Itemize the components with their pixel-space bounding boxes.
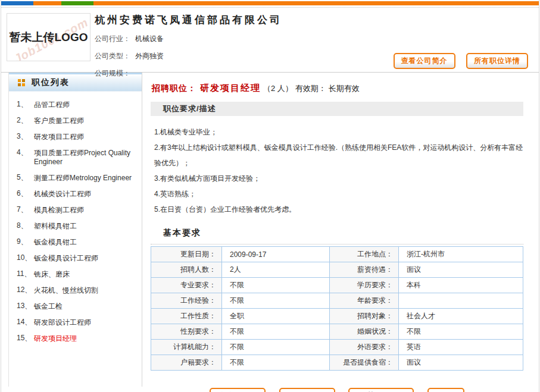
cell-label: 招聘对象： — [330, 309, 399, 324]
top-bar-segment-orange — [33, 1, 61, 5]
item-label: 火花机、慢丝线切割 — [34, 286, 139, 295]
page: Job1001.com 暂未上传LOGO 杭州安费诺飞凤通信部品有限公司 公司行… — [1, 0, 539, 392]
cell-label: 计算机能力： — [151, 340, 222, 355]
cell-value: 2人 — [222, 262, 330, 278]
grid-icon — [18, 79, 25, 86]
job-header-prefix: 招聘职位： — [152, 83, 196, 93]
sidebar-item-8[interactable]: 8、塑料模具钳工 — [9, 218, 142, 234]
cell-value: 英语 — [399, 340, 523, 355]
sidebar-item-2[interactable]: 2、客户质量工程师 — [9, 113, 142, 129]
item-number: 2、 — [9, 117, 34, 126]
sidebar-item-11[interactable]: 11、铣床、磨床 — [9, 266, 142, 283]
company-type-label: 公司类型： — [95, 52, 130, 60]
cell-label: 招聘人数： — [151, 262, 222, 278]
desc-line: 5.在日资（台资）企业工作经验者优先考虑。 — [154, 202, 523, 217]
company-logo-placeholder: Job1001.com 暂未上传LOGO — [7, 13, 90, 61]
table-row: 计算机能力： 不限 外语要求： 英语 — [151, 340, 523, 355]
item-number: 12、 — [9, 286, 34, 295]
table-row: 工作性质： 全职 招聘对象： 社会人才 — [151, 309, 523, 324]
basic-requirements-header: 基本要求 — [151, 221, 523, 244]
item-label: 钣金模具钳工 — [34, 238, 139, 247]
item-label: 研发部设计工程师 — [34, 318, 139, 327]
cell-label: 工作经验： — [151, 293, 222, 309]
job-detail-main: 招聘职位：研发项目经理（2 人）有效期：长期有效 职位要求/描述 1.机械类专业… — [142, 73, 539, 387]
item-label: 研发项目经理 — [34, 334, 139, 343]
cell-label: 薪资待遇： — [330, 262, 399, 278]
desc-line: 3.有类似机械方面项目开发经验； — [154, 171, 523, 186]
cell-label: 外语要求： — [330, 340, 399, 355]
logo-placeholder-text: 暂未上传LOGO — [7, 14, 90, 61]
item-label: 项目质量工程师Project Quality Engineer — [34, 149, 139, 167]
item-label: 测量工程师Metrology Engineer — [34, 174, 139, 183]
cell-label: 是否提供食宿： — [330, 355, 399, 371]
header-buttons: 查看公司简介 所有职位详情 — [385, 53, 528, 69]
apply-now-button[interactable]: 立刻申请 — [210, 388, 266, 392]
cell-label: 婚姻状况： — [330, 324, 399, 340]
item-number: 9、 — [9, 238, 34, 247]
print-button[interactable]: 打印 — [427, 388, 464, 392]
item-number: 3、 — [9, 133, 34, 142]
basic-requirements-table: 更新日期： 2009-09-17 工作地点： 浙江-杭州市 招聘人数： 2人 薪… — [151, 246, 523, 371]
item-number: 15、 — [9, 334, 34, 343]
item-number: 8、 — [9, 222, 34, 231]
table-row: 招聘人数： 2人 薪资待遇： 面议 — [151, 262, 523, 278]
cell-label: 专业要求： — [151, 278, 222, 293]
top-color-bar — [1, 1, 539, 5]
cell-value: 社会人才 — [399, 309, 523, 324]
item-number: 13、 — [9, 302, 34, 311]
sidebar-item-3[interactable]: 3、研发项目工程师 — [9, 129, 142, 145]
requirements-section-header: 职位要求/描述 — [151, 102, 523, 116]
all-positions-button[interactable]: 所有职位详情 — [466, 53, 528, 69]
page-body: 职位列表 1、品管工程师 2、客户质量工程师 3、研发项目工程师 4、项目质量工… — [1, 73, 539, 387]
company-header: Job1001.com 暂未上传LOGO 杭州安费诺飞凤通信部品有限公司 公司行… — [1, 8, 539, 72]
cell-value: 不限 — [399, 324, 523, 340]
table-row: 户籍要求： 不限 是否提供食宿： 面议 — [151, 355, 523, 371]
sidebar-item-12[interactable]: 12、火花机、慢丝线切割 — [9, 283, 142, 299]
validity-value: 长期有效 — [329, 84, 360, 93]
item-label: 铣床、磨床 — [34, 270, 139, 279]
sidebar-item-5[interactable]: 5、测量工程师Metrology Engineer — [9, 170, 142, 186]
company-industry-row: 公司行业：机械设备 — [95, 34, 530, 44]
recommend-to-friend-button[interactable]: 推荐给好友 — [348, 388, 414, 392]
item-number: 14、 — [9, 318, 34, 327]
sidebar-item-7[interactable]: 7、模具检测工程师 — [9, 202, 142, 218]
cell-value: 不限 — [222, 340, 330, 355]
sidebar-item-15-active[interactable]: 15、研发项目经理 — [9, 331, 142, 347]
cell-label: 户籍要求： — [151, 355, 222, 371]
cell-value: 不限 — [222, 293, 330, 309]
cell-label: 年龄要求： — [330, 293, 399, 309]
top-bar-segment-green — [61, 1, 93, 5]
sidebar-item-14[interactable]: 14、研发部设计工程师 — [9, 315, 142, 331]
desc-line: 4.英语熟练； — [154, 186, 523, 202]
item-number: 6、 — [9, 190, 34, 199]
item-number: 10、 — [9, 254, 34, 263]
cell-value: 全职 — [222, 309, 330, 324]
company-industry-label: 公司行业： — [95, 35, 130, 43]
job-list: 1、品管工程师 2、客户质量工程师 3、研发项目工程师 4、项目质量工程师Pro… — [9, 92, 142, 347]
item-label: 机械类设计工程师 — [34, 190, 139, 199]
sidebar-item-4[interactable]: 4、项目质量工程师Project Quality Engineer — [9, 145, 142, 170]
desc-line: 2.有3年以上结构设计或塑料模具、钣金模具设计工作经验.（熟练使用相关FEA软件… — [154, 140, 523, 171]
view-company-profile-button[interactable]: 查看公司简介 — [394, 53, 455, 69]
company-size-label: 公司规模： — [95, 69, 130, 77]
item-number: 7、 — [9, 206, 34, 215]
company-industry-value: 机械设备 — [135, 35, 164, 43]
item-number: 1、 — [9, 101, 34, 109]
sidebar-item-9[interactable]: 9、钣金模具钳工 — [9, 234, 142, 250]
item-label: 钣金工检 — [34, 302, 139, 311]
job-description: 1.机械类专业毕业； 2.有3年以上结构设计或塑料模具、钣金模具设计工作经验.（… — [151, 116, 523, 221]
table-row: 专业要求： 不限 学历要求： 本科 — [151, 278, 523, 293]
sidebar-item-10[interactable]: 10、钣金模具设计工程师 — [9, 250, 142, 266]
company-name: 杭州安费诺飞凤通信部品有限公司 — [95, 12, 530, 27]
job-header: 招聘职位：研发项目经理（2 人）有效期：长期有效 — [152, 83, 523, 94]
job-headcount: （2 人） — [263, 84, 293, 93]
cell-value: 不限 — [222, 324, 330, 340]
action-buttons: 立刻申请 收藏职位 推荐给好友 打印 — [151, 388, 523, 392]
item-label: 研发项目工程师 — [34, 133, 139, 142]
sidebar-item-1[interactable]: 1、品管工程师 — [9, 97, 142, 113]
favorite-job-button[interactable]: 收藏职位 — [279, 388, 335, 392]
sidebar-item-6[interactable]: 6、机械类设计工程师 — [9, 186, 142, 202]
table-row: 更新日期： 2009-09-17 工作地点： 浙江-杭州市 — [151, 247, 523, 262]
sidebar-item-13[interactable]: 13、钣金工检 — [9, 299, 142, 315]
cell-value: 面议 — [399, 355, 523, 371]
